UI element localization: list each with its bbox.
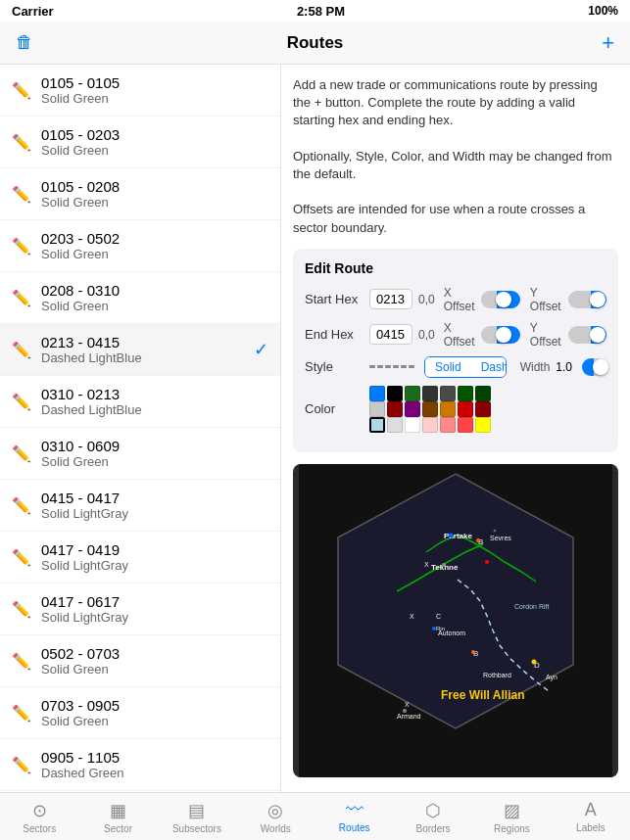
start-hex-label: Start Hex: [305, 292, 363, 306]
delete-button[interactable]: 🗑: [16, 32, 33, 53]
start-x-offset-slider[interactable]: [481, 291, 519, 308]
route-icon: ✏️: [12, 600, 31, 619]
route-info: 0310 - 0609 Solid Green: [41, 438, 268, 469]
carrier-label: Carrier: [12, 4, 54, 19]
route-icon: ✏️: [12, 652, 31, 671]
color-swatch[interactable]: [440, 417, 456, 433]
style-solid-button[interactable]: Solid: [425, 357, 471, 377]
svg-text:Sevres: Sevres: [490, 535, 511, 541]
color-swatch[interactable]: [422, 417, 438, 433]
route-item[interactable]: ✏️ 0105 - 0208 Solid Green: [0, 168, 280, 220]
route-item[interactable]: ✏️ 0105 - 0203 Solid Green: [0, 117, 280, 168]
color-swatch[interactable]: [387, 386, 403, 401]
route-item[interactable]: ✏️ 0417 - 0617 Solid LightGray: [0, 583, 280, 635]
route-list: ✏️ 0105 - 0105 Solid Green ✏️ 0105 - 020…: [0, 65, 281, 792]
route-item[interactable]: ✏️ 0502 - 0703 Solid Green: [0, 635, 280, 687]
color-swatch[interactable]: [475, 417, 491, 433]
svg-point-14: [449, 533, 454, 537]
width-slider[interactable]: [582, 358, 606, 376]
route-item[interactable]: ✏️ 0310 - 0213 Dashed LightBlue: [0, 376, 280, 428]
route-style: Solid Green: [41, 195, 268, 210]
status-bar: Carrier 2:58 PM 100%: [0, 0, 630, 22]
color-swatch[interactable]: [440, 386, 456, 401]
tab-borders[interactable]: ⬡ Borders: [394, 793, 472, 840]
route-style: Solid Green: [41, 662, 268, 677]
routes-tab-label: Routes: [339, 822, 370, 833]
regions-tab-label: Regions: [494, 823, 530, 834]
color-swatch[interactable]: [387, 417, 403, 433]
color-swatch[interactable]: [475, 386, 491, 401]
route-name: 0310 - 0213: [41, 386, 268, 402]
start-y-offset-slider[interactable]: [568, 291, 606, 308]
tab-subsectors[interactable]: ▤ Subsectors: [158, 793, 236, 840]
end-offset-val: 0,0: [418, 328, 438, 342]
svg-text:X: X: [405, 701, 410, 708]
end-y-offset-label: Y Offset: [530, 321, 562, 349]
route-item[interactable]: ✏️ 0905 - 1105 Dashed Green: [0, 739, 280, 791]
tab-regions[interactable]: ▨ Regions: [472, 793, 551, 840]
route-name: 0105 - 0208: [41, 178, 268, 195]
color-swatch[interactable]: [422, 401, 438, 417]
color-swatch[interactable]: [405, 386, 420, 401]
color-swatch[interactable]: [422, 386, 438, 401]
svg-point-22: [403, 709, 407, 713]
route-item[interactable]: ✏️ 0415 - 0417 Solid LightGray: [0, 480, 280, 532]
route-style: Dashed LightBlue: [41, 402, 268, 417]
style-button-group: Solid Dashed Dotted: [424, 356, 507, 378]
route-icon: ✏️: [12, 704, 31, 723]
color-swatch[interactable]: [475, 401, 491, 417]
color-label: Color: [305, 401, 363, 416]
color-row: Color: [305, 386, 606, 433]
tab-sector[interactable]: ▦ Sector: [78, 793, 157, 840]
svg-text:Ayn: Ayn: [546, 674, 557, 681]
color-swatch[interactable]: [405, 417, 420, 433]
tab-sectors[interactable]: ⊙ Sectors: [0, 793, 78, 840]
route-item[interactable]: ✏️ 0417 - 0419 Solid LightGray: [0, 532, 280, 583]
color-swatch[interactable]: [369, 417, 385, 433]
color-swatch[interactable]: [458, 401, 473, 417]
nav-bar: 🗑 Routes +: [0, 22, 630, 65]
tab-worlds[interactable]: ◎ Worlds: [236, 793, 315, 840]
route-item[interactable]: ✏️ 0203 - 0502 Solid Green: [0, 220, 280, 272]
add-button[interactable]: +: [602, 30, 614, 56]
start-x-offset-label: X Offset: [444, 286, 476, 313]
style-dashed-button[interactable]: Dashed: [471, 357, 507, 377]
route-name: 0208 - 0310: [41, 282, 268, 299]
svg-point-15: [476, 538, 480, 542]
color-swatch[interactable]: [440, 401, 456, 417]
color-swatch[interactable]: [458, 386, 473, 401]
subsectors-tab-label: Subsectors: [172, 823, 221, 834]
color-swatch[interactable]: [369, 401, 385, 417]
svg-text:Partake: Partake: [444, 532, 472, 540]
color-swatch[interactable]: [369, 386, 385, 401]
color-row-inner: [369, 417, 491, 433]
instructions-text: Add a new trade or communications route …: [293, 76, 618, 237]
time-label: 2:58 PM: [297, 4, 345, 19]
end-x-offset-slider[interactable]: [481, 326, 519, 344]
end-y-offset-slider[interactable]: [568, 326, 606, 344]
edit-route-title: Edit Route: [305, 260, 606, 276]
route-icon: ✏️: [12, 393, 31, 411]
tab-labels[interactable]: A Labels: [552, 793, 630, 840]
route-icon: ✏️: [12, 444, 31, 463]
color-swatch[interactable]: [387, 401, 403, 417]
color-swatch[interactable]: [405, 401, 420, 417]
route-item[interactable]: ✏️ 0213 - 0415 Dashed LightBlue ✓: [0, 324, 280, 376]
start-hex-input[interactable]: [369, 289, 412, 309]
width-value: 1.0: [556, 360, 572, 374]
route-info: 0502 - 0703 Solid Green: [41, 645, 268, 677]
route-item[interactable]: ✏️ 0105 - 0105 Solid Green: [0, 65, 280, 117]
route-item[interactable]: ✏️ 0310 - 0609 Solid Green: [0, 428, 280, 480]
svg-point-16: [485, 560, 489, 564]
route-style: Solid LightGray: [41, 610, 268, 625]
route-style: Dashed Green: [41, 766, 268, 780]
route-item[interactable]: ✏️ 0208 - 0310 Solid Green: [0, 272, 280, 324]
route-info: 0213 - 0415 Dashed LightBlue: [41, 334, 254, 365]
start-hex-row: Start Hex 0,0 X Offset Y Offset: [305, 286, 606, 313]
end-hex-input[interactable]: [369, 324, 412, 345]
color-row-inner: [369, 386, 491, 401]
tab-routes[interactable]: 〰 Routes: [315, 793, 394, 840]
route-name: 0310 - 0609: [41, 438, 268, 454]
route-item[interactable]: ✏️ 0703 - 0905 Solid Green: [0, 687, 280, 739]
color-swatch[interactable]: [458, 417, 473, 433]
